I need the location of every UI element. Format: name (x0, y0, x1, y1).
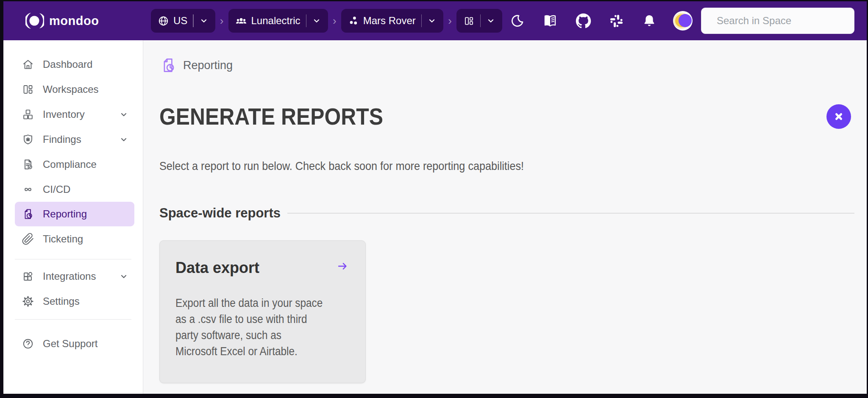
space-dots-icon (348, 15, 359, 26)
sidebar: Dashboard Workspaces Inventory (3, 40, 143, 394)
sidebar-item-settings[interactable]: Settings (3, 289, 143, 314)
chevron-down-icon (199, 16, 209, 25)
org-label: Lunalectric (251, 15, 300, 27)
sidebar-item-integrations[interactable]: Integrations (3, 264, 143, 289)
sidebar-item-label: Inventory (43, 109, 85, 120)
avatar-planet-shape (679, 14, 692, 27)
dark-mode-moon-icon (510, 14, 524, 28)
github-icon (576, 13, 591, 29)
region-selector[interactable]: US (151, 9, 215, 33)
sidebar-item-compliance[interactable]: Compliance (3, 152, 143, 177)
main-content: Reporting GENERATE REPORTS Select a repo… (143, 40, 867, 394)
sidebar-item-inventory[interactable]: Inventory (3, 102, 143, 127)
reporting-icon (22, 208, 34, 220)
chevron-down-icon (117, 134, 130, 145)
pill-divider (193, 14, 194, 27)
section-title: Space-wide reports (159, 206, 281, 221)
card-description: Export all the data in your space as a .… (175, 295, 324, 359)
chevron-down-icon (117, 271, 130, 281)
report-card-data-export[interactable]: Data export Export all the data in your … (159, 240, 366, 383)
mondoo-logo-icon (25, 12, 44, 29)
topbar-utility-icons (509, 13, 657, 28)
space-selector[interactable]: Mars Rover (341, 9, 444, 33)
context-breadcrumbs: US › Lunalectric › (151, 9, 502, 33)
sidebar-divider (15, 319, 131, 320)
page-title: GENERATE REPORTS (159, 103, 383, 130)
workspaces-icon (463, 15, 475, 27)
breadcrumb-label: Reporting (183, 59, 233, 72)
space-label: Mars Rover (363, 15, 416, 27)
reporting-icon (159, 56, 177, 74)
region-label: US (173, 15, 187, 27)
brand-name: mondoo (49, 14, 99, 28)
sidebar-item-label: Reporting (43, 208, 87, 220)
sidebar-item-reporting[interactable]: Reporting (15, 202, 134, 226)
sidebar-item-dashboard[interactable]: Dashboard (3, 52, 143, 77)
close-button[interactable] (826, 104, 851, 129)
sidebar-item-label: CI/CD (43, 184, 70, 195)
close-icon (832, 110, 845, 123)
integrations-icon (22, 270, 34, 283)
sidebar-item-get-support[interactable]: Get Support (3, 331, 143, 356)
org-selector[interactable]: Lunalectric (228, 9, 328, 33)
github-button[interactable] (576, 13, 591, 28)
sidebar-item-label: Findings (43, 134, 81, 145)
notifications-button[interactable] (642, 13, 657, 28)
dark-mode-toggle[interactable] (509, 13, 525, 28)
breadcrumb-separator: › (332, 15, 337, 26)
sidebar-item-label: Workspaces (43, 83, 99, 95)
sidebar-item-ticketing[interactable]: Ticketing (3, 226, 143, 251)
sidebar-item-label: Ticketing (43, 233, 83, 245)
inventory-icon (22, 108, 34, 121)
sidebar-divider (15, 259, 131, 259)
pill-divider (306, 14, 307, 27)
search-input[interactable] (717, 15, 848, 27)
sidebar-item-cicd[interactable]: CI/CD (3, 177, 143, 202)
globe-icon (158, 15, 169, 27)
slack-icon (609, 14, 624, 28)
sidebar-item-label: Compliance (43, 159, 97, 170)
sidebar-item-label: Integrations (43, 270, 96, 282)
sidebar-item-label: Dashboard (43, 58, 92, 70)
page-subtitle: Select a report to run below. Check back… (159, 159, 785, 173)
arrow-right-icon (337, 260, 348, 272)
pill-divider (480, 14, 481, 27)
notifications-bell-icon (642, 14, 657, 28)
app-window: mondoo US › Lunalectric (3, 1, 867, 394)
cicd-icon (22, 183, 34, 196)
workspace-switcher[interactable] (456, 9, 503, 33)
sidebar-item-workspaces[interactable]: Workspaces (3, 77, 143, 102)
settings-icon (22, 295, 34, 308)
sidebar-item-label: Get Support (43, 338, 97, 350)
sidebar-item-findings[interactable]: Findings (3, 127, 143, 152)
brand-logo[interactable]: mondoo (3, 12, 143, 29)
compliance-icon (22, 158, 34, 171)
docs-button[interactable] (542, 13, 558, 28)
breadcrumb-separator: › (447, 15, 453, 26)
breadcrumb-separator: › (219, 15, 225, 26)
topbar: mondoo US › Lunalectric (3, 1, 867, 40)
pill-divider (421, 14, 422, 27)
chevron-down-icon (486, 16, 495, 25)
section-divider (287, 213, 854, 214)
workspaces-icon (22, 83, 34, 96)
people-icon (235, 15, 247, 27)
home-icon (22, 58, 34, 71)
search-box[interactable] (701, 8, 854, 34)
section-header: Space-wide reports (159, 206, 854, 221)
findings-icon (22, 133, 34, 146)
breadcrumb[interactable]: Reporting (159, 56, 854, 75)
docs-book-icon (542, 13, 558, 28)
chevron-down-icon (427, 16, 437, 25)
card-title: Data export (175, 259, 350, 276)
slack-button[interactable] (609, 13, 624, 28)
sidebar-item-label: Settings (43, 295, 80, 307)
chevron-down-icon (117, 109, 130, 120)
chevron-down-icon (312, 16, 321, 25)
help-icon (22, 337, 34, 350)
avatar[interactable] (673, 11, 693, 31)
ticketing-icon (22, 233, 34, 245)
